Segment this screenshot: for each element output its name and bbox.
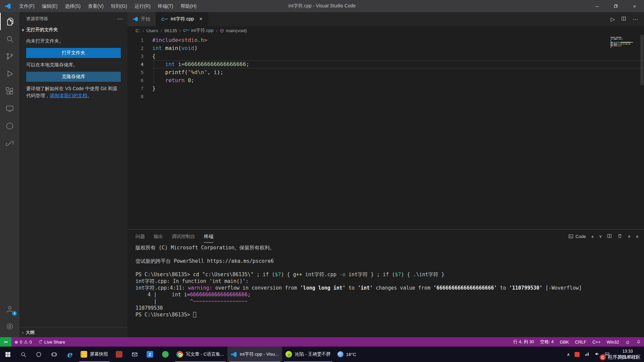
menu-go[interactable]: 转到(G) <box>107 0 131 12</box>
volume-icon[interactable] <box>594 351 600 358</box>
terminal-dropdown-icon[interactable]: ∨ <box>599 234 602 239</box>
status-language-mode[interactable]: C++ <box>589 337 604 347</box>
feedback-smiley-icon[interactable]: ☺ <box>622 337 633 347</box>
close-tab-icon[interactable]: × <box>199 16 202 22</box>
status-problems[interactable]: ⊗0 ⚠0 <box>11 337 35 347</box>
status-live-share[interactable]: Live Share <box>35 337 68 347</box>
breadcrumb-users[interactable]: Users <box>146 28 158 33</box>
maximize-panel-icon[interactable]: ∧ <box>628 234 631 239</box>
search-icon[interactable] <box>0 30 19 48</box>
new-terminal-button[interactable]: + <box>591 234 594 239</box>
chrome-task-button[interactable]: 写文章 - C语言集... <box>173 347 227 362</box>
panel-tab-debug-console[interactable]: 调试控制台 <box>172 230 195 243</box>
remote-indicator[interactable]: >< <box>0 337 11 347</box>
panel-tab-output[interactable]: 输出 <box>154 230 163 243</box>
z-app-icon[interactable]: Z <box>142 347 158 362</box>
outline-label: 大纲 <box>26 329 35 336</box>
terminal-output[interactable]: 版权所有 (C) Microsoft Corporation。保留所有权利。尝试… <box>127 243 644 337</box>
store-app-icon[interactable] <box>111 347 127 362</box>
status-encoding[interactable]: GBK <box>557 337 572 347</box>
start-button[interactable] <box>0 347 15 362</box>
menu-selection[interactable]: 选择(S) <box>61 0 85 12</box>
tray-app-icon[interactable] <box>575 352 580 357</box>
status-compiler-target[interactable]: Win32 <box>604 337 622 347</box>
breadcrumb-drive[interactable]: C: <box>136 28 140 33</box>
sidebar-more-actions-icon[interactable]: ⋯ <box>117 15 123 22</box>
minimap[interactable] <box>610 37 639 50</box>
breadcrumb-file[interactable]: C++ int字符.cpp <box>183 27 213 34</box>
open-folder-button[interactable]: 打开文件夹 <box>26 48 121 58</box>
terminal-profile-picker[interactable]: Code <box>568 234 586 239</box>
screenshot-app-button[interactable]: 屏幕快照 <box>77 347 111 362</box>
line-number: 5 <box>127 68 144 76</box>
code-line-3[interactable]: 3{ <box>127 52 644 60</box>
line-number: 8 <box>127 93 144 101</box>
code-line-7[interactable]: 7} <box>127 84 644 93</box>
status-eol[interactable]: CRLF <box>572 337 589 347</box>
live-share-icon[interactable] <box>0 135 19 152</box>
menu-help[interactable]: 帮助(H) <box>177 0 200 12</box>
code-line-5[interactable]: 5 printf("%d\n", i); <box>127 68 644 76</box>
run-debug-icon[interactable] <box>0 65 19 82</box>
breadcrumb-user[interactable]: 86135 <box>164 28 177 33</box>
source-control-icon[interactable] <box>0 48 19 65</box>
code-line-6[interactable]: 6 return 0; <box>127 76 644 84</box>
settings-gear-icon[interactable] <box>0 318 19 335</box>
more-actions-icon[interactable]: ⋯ <box>633 16 638 22</box>
tab-welcome[interactable]: 开始 <box>127 12 156 26</box>
taskbar-search-icon[interactable] <box>15 347 31 362</box>
accounts-icon[interactable]: 4 <box>0 300 19 318</box>
tab-int-cpp[interactable]: C++ int字符.cpp × <box>156 12 208 26</box>
menu-view[interactable]: 查看(V) <box>84 0 107 12</box>
remote-explorer-icon[interactable] <box>0 100 19 117</box>
menu-run[interactable]: 运行(R) <box>131 0 154 12</box>
edge-icon[interactable]: e <box>62 347 77 362</box>
green-app-icon[interactable] <box>158 347 173 362</box>
minimize-button[interactable]: ─ <box>588 0 606 12</box>
vscode-task-button[interactable]: int字符.cpp - Visu... <box>227 347 282 362</box>
code-line-1[interactable]: 1#include<stdio.h> <box>127 36 644 44</box>
scrollbar-thumb[interactable] <box>640 35 644 85</box>
code-editor[interactable]: 1#include<stdio.h>2int main(void)3{4 int… <box>127 35 644 229</box>
cortana-icon[interactable] <box>31 347 46 362</box>
panel-tab-problems[interactable]: 问题 <box>136 230 145 243</box>
close-panel-icon[interactable]: × <box>636 234 639 239</box>
panel-tab-terminal[interactable]: 终端 <box>204 230 213 243</box>
github-icon[interactable] <box>0 117 19 135</box>
cpp-file-icon: C++ <box>183 28 189 33</box>
terminal-line-7: int字符.cpp:4:11: warning: overflow in con… <box>136 285 644 291</box>
task-view-icon[interactable] <box>46 347 62 362</box>
extensions-icon[interactable] <box>0 82 19 100</box>
mail-app-icon[interactable] <box>127 347 142 362</box>
menu-bar: 文件(F)编辑(E)选择(S)查看(V)转到(G)运行(R)终端(T)帮助(H) <box>15 0 200 12</box>
network-icon[interactable] <box>584 351 590 358</box>
code-line-4[interactable]: 4 int i=6666666666666666666; <box>127 60 644 68</box>
tray-chevron-up-icon[interactable]: ∧ <box>567 352 570 357</box>
docs-link[interactable]: 请阅读我们的文档 <box>50 93 87 98</box>
weather-widget[interactable]: 16°C <box>334 347 360 362</box>
indent-guide <box>154 60 154 84</box>
menu-file[interactable]: 文件(F) <box>15 0 38 12</box>
code-line-8[interactable]: 8 <box>127 93 644 101</box>
music-task-button[interactable]: ♪ 沦陷 - 王靖雯不胖 <box>282 347 334 362</box>
outline-section[interactable]: › 大纲 <box>19 327 127 337</box>
status-indentation[interactable]: 空格: 4 <box>537 337 556 347</box>
run-button[interactable]: ▷ <box>611 16 615 22</box>
section-no-folder[interactable]: ∨ 无打开的文件夹 <box>19 25 127 34</box>
split-editor-icon[interactable] <box>621 16 627 23</box>
editor-scrollbar[interactable] <box>640 35 644 229</box>
terminal-cursor[interactable] <box>193 312 196 317</box>
restore-button[interactable] <box>606 0 625 12</box>
status-cursor-position[interactable]: 行 4, 列 30 <box>510 337 537 347</box>
menu-terminal[interactable]: 终端(T) <box>154 0 177 12</box>
clone-repo-button[interactable]: 克隆存储库 <box>26 72 121 82</box>
breadcrumb-symbol[interactable]: main(void) <box>220 28 247 33</box>
split-terminal-icon[interactable] <box>607 233 612 240</box>
code-line-2[interactable]: 2int main(void) <box>127 44 644 52</box>
menu-edit[interactable]: 编辑(E) <box>38 0 61 12</box>
line-number: 1 <box>127 36 144 44</box>
explorer-icon[interactable] <box>0 13 19 30</box>
kill-terminal-icon[interactable] <box>617 233 623 240</box>
notifications-bell-icon[interactable] <box>633 337 644 347</box>
close-button[interactable]: × <box>625 0 644 12</box>
